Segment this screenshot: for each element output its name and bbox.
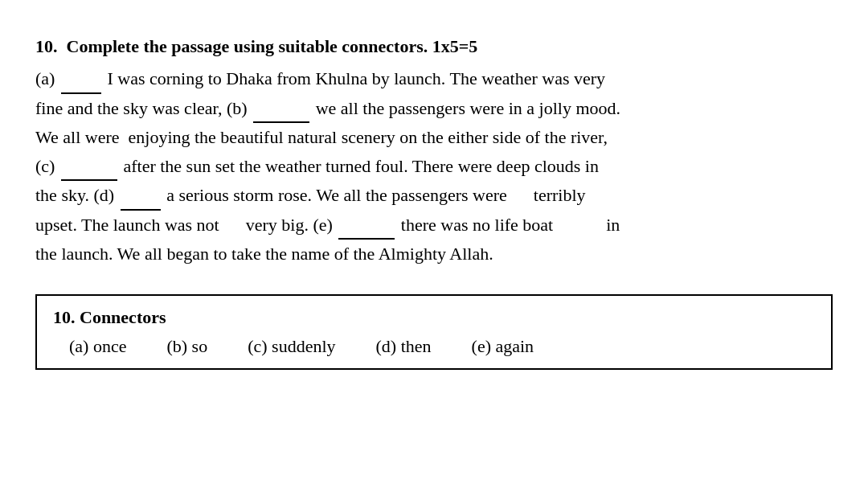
blank-c xyxy=(61,179,117,181)
answer-box: 10. Connectors (a) once (b) so (c) sudde… xyxy=(35,294,833,370)
answer-item-e: (e) again xyxy=(472,336,534,357)
question-instruction: Complete the passage using suitable conn… xyxy=(67,36,478,56)
answer-row: (a) once (b) so (c) suddenly (d) then (e… xyxy=(53,336,815,357)
passage-line1: (a) I was corning to Dhaka from Khulna b… xyxy=(35,68,605,88)
passage-line6: upset. The launch was not very big. (e) … xyxy=(35,215,620,235)
passage-line7: the launch. We all began to take the nam… xyxy=(35,244,493,264)
answer-item-c: (c) suddenly xyxy=(248,336,335,357)
passage-text: (a) I was corning to Dhaka from Khulna b… xyxy=(35,64,833,269)
blank-d xyxy=(121,209,161,211)
question-title: 10. Complete the passage using suitable … xyxy=(35,32,833,61)
question-number: 10. xyxy=(35,36,58,56)
passage-line4: (c) after the sun set the weather turned… xyxy=(35,156,599,176)
passage-line3: We all were enjoying the beautiful natur… xyxy=(35,127,608,147)
page-container: 10. Complete the passage using suitable … xyxy=(0,0,868,492)
answer-item-a: (a) once xyxy=(69,336,126,357)
blank-a xyxy=(61,92,101,94)
question-section: 10. Complete the passage using suitable … xyxy=(35,32,833,269)
passage-line5: the sky. (d) a serious storm rose. We al… xyxy=(35,185,586,205)
answer-box-title: 10. Connectors xyxy=(53,307,815,328)
blank-b xyxy=(253,121,309,123)
passage-line2: fine and the sky was clear, (b) we all t… xyxy=(35,98,620,118)
answer-item-d: (d) then xyxy=(376,336,432,357)
blank-e xyxy=(338,238,395,240)
answer-item-b: (b) so xyxy=(166,336,207,357)
